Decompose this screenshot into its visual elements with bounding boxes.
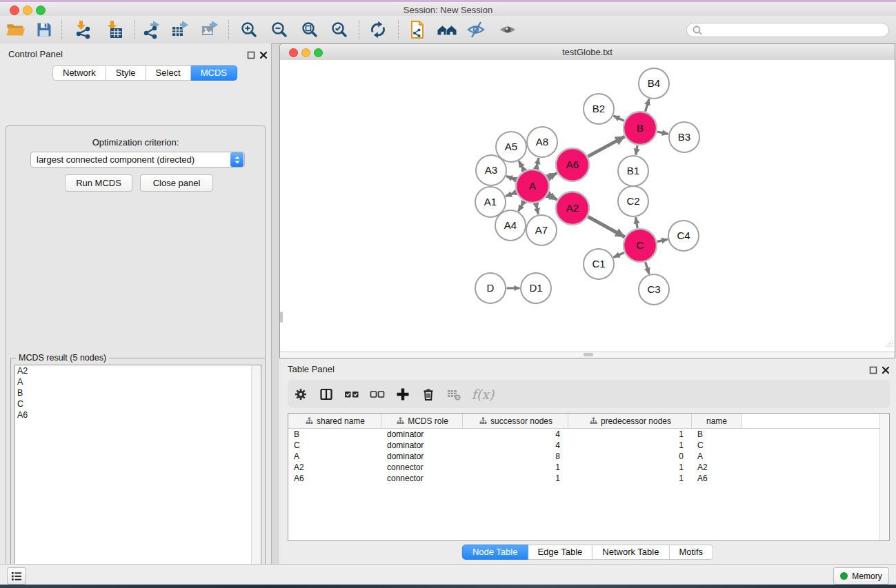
window-resize-grip[interactable] (885, 338, 893, 351)
column-header-successor-nodes[interactable]: successor nodes (463, 414, 568, 428)
table-row[interactable]: Adominator80A (288, 451, 889, 462)
graph-node-A4[interactable]: A4 (495, 210, 526, 241)
zoom-selected-button[interactable] (326, 18, 352, 41)
edge-A-A2[interactable] (548, 194, 557, 199)
mcds-result-item[interactable]: A6 (15, 409, 261, 420)
memory-button[interactable]: Memory (833, 567, 889, 585)
edge-A-A5[interactable] (519, 161, 524, 171)
open-file-button[interactable] (3, 18, 29, 41)
table-row[interactable]: A2connector11A2 (288, 462, 889, 473)
close-panel-button[interactable] (259, 50, 268, 58)
home-layout-button[interactable] (434, 18, 460, 41)
edge-B-B2[interactable] (613, 116, 624, 121)
graph-node-C[interactable]: C (624, 229, 657, 262)
mcds-list-scrollbar[interactable] (251, 365, 261, 588)
graph-node-A6[interactable]: A6 (556, 148, 589, 181)
export-network-button[interactable] (138, 18, 164, 41)
graph-node-A1[interactable]: A1 (475, 187, 506, 217)
graph-node-B[interactable]: B (624, 112, 657, 145)
edge-C-C4[interactable] (657, 239, 668, 241)
graph-node-B2[interactable]: B2 (584, 94, 614, 124)
float-panel-button[interactable] (247, 50, 255, 58)
hide-graphics-details-button[interactable] (463, 18, 489, 41)
edge-A2-C[interactable] (588, 216, 624, 236)
mcds-result-item[interactable]: A2 (15, 365, 261, 376)
column-header-name[interactable]: name (692, 414, 742, 428)
show-task-history-button[interactable] (7, 567, 26, 585)
tab-node-table[interactable]: Node Table (462, 545, 528, 560)
graph-node-C4[interactable]: C4 (668, 221, 699, 251)
export-image-button[interactable] (197, 18, 223, 41)
zoom-out-button[interactable] (266, 18, 292, 41)
edge-B-B1[interactable] (636, 145, 637, 155)
mcds-result-item[interactable]: B (15, 387, 261, 398)
edge-A6-B[interactable] (588, 136, 624, 156)
edge-A-A8[interactable] (536, 158, 539, 169)
column-header-predecessor-nodes[interactable]: predecessor nodes (568, 414, 692, 428)
graph-node-B3[interactable]: B3 (669, 122, 699, 152)
tab-select[interactable]: Select (146, 65, 191, 81)
mcds-result-item[interactable]: A (15, 376, 261, 387)
export-table-button[interactable] (167, 18, 193, 41)
delete-table-button[interactable] (441, 382, 466, 407)
search-box[interactable] (686, 23, 889, 37)
zoom-in-button[interactable] (236, 18, 262, 41)
graph-node-C3[interactable]: C3 (639, 274, 669, 305)
network-vertical-scroll-thumb[interactable] (280, 312, 283, 323)
table-row[interactable]: A6connector11A6 (288, 473, 889, 484)
graph-node-A2[interactable]: A2 (556, 192, 589, 225)
graph-node-A[interactable]: A (516, 170, 549, 203)
graph-node-A5[interactable]: A5 (496, 132, 526, 162)
float-table-panel-button[interactable] (869, 365, 877, 373)
graph-node-D[interactable]: D (475, 273, 506, 303)
edge-A-A3[interactable] (506, 176, 516, 179)
show-graphics-details-button[interactable] (495, 18, 521, 41)
tab-edge-table[interactable]: Edge Table (528, 545, 593, 560)
function-builder-button[interactable]: f(x) (466, 382, 499, 407)
refresh-view-button[interactable] (365, 18, 391, 41)
network-horizontal-scrollbar[interactable] (280, 352, 895, 358)
create-column-button[interactable] (390, 382, 415, 407)
new-network-from-selection-button[interactable] (404, 18, 430, 41)
graph-node-A3[interactable]: A3 (476, 155, 506, 185)
graph-node-A7[interactable]: A7 (526, 215, 557, 245)
edge-B-B4[interactable] (645, 99, 649, 111)
tab-network-table[interactable]: Network Table (593, 545, 669, 560)
tab-network[interactable]: Network (52, 65, 106, 81)
edge-A-A7[interactable] (536, 203, 538, 214)
table-row[interactable]: Bdominator41B (288, 429, 889, 440)
tab-motifs[interactable]: Motifs (669, 545, 713, 560)
graph-node-C1[interactable]: C1 (584, 249, 614, 279)
tab-style[interactable]: Style (106, 65, 146, 81)
run-mcds-button[interactable]: Run MCDS (65, 174, 132, 192)
tab-mcds[interactable]: MCDS (191, 65, 237, 81)
edge-A-A6[interactable] (548, 173, 557, 178)
mcds-result-list[interactable]: A2ABCA6 (14, 365, 261, 588)
mcds-result-item[interactable]: C (15, 398, 261, 409)
table-scrollbar[interactable] (879, 414, 889, 540)
graph-node-D1[interactable]: D1 (521, 273, 551, 303)
edge-A-A1[interactable] (506, 192, 516, 196)
zoom-fit-button[interactable] (297, 18, 323, 41)
delete-columns-button[interactable] (415, 382, 441, 407)
graph-node-B4[interactable]: B4 (639, 68, 669, 99)
network-horizontal-scroll-thumb[interactable] (584, 353, 593, 356)
select-all-columns-button[interactable] (339, 382, 364, 407)
network-canvas[interactable]: AA1A2A3A4A5A6A7A8BB1B2B3B4CC1C2C3C4DD1 (280, 60, 895, 353)
column-header-mcds-role[interactable]: MCDS role (381, 414, 463, 428)
graph-node-A8[interactable]: A8 (527, 127, 557, 157)
column-header-shared-name[interactable]: shared name (288, 414, 381, 428)
graph-node-B1[interactable]: B1 (618, 156, 648, 186)
edge-C-C3[interactable] (646, 262, 649, 274)
edge-C-C1[interactable] (613, 252, 624, 257)
table-row[interactable]: Cdominator41C (288, 440, 889, 451)
criterion-select[interactable]: largest connected component (directed) (30, 152, 245, 168)
search-input[interactable] (706, 25, 888, 36)
close-panel-action-button[interactable]: Close panel (140, 174, 213, 192)
graph-node-C2[interactable]: C2 (618, 186, 648, 216)
import-network-button[interactable] (70, 18, 96, 41)
edge-A-A4[interactable] (519, 201, 524, 211)
table-settings-button[interactable] (288, 382, 313, 407)
import-table-button[interactable] (101, 18, 127, 41)
save-session-button[interactable] (31, 18, 57, 41)
